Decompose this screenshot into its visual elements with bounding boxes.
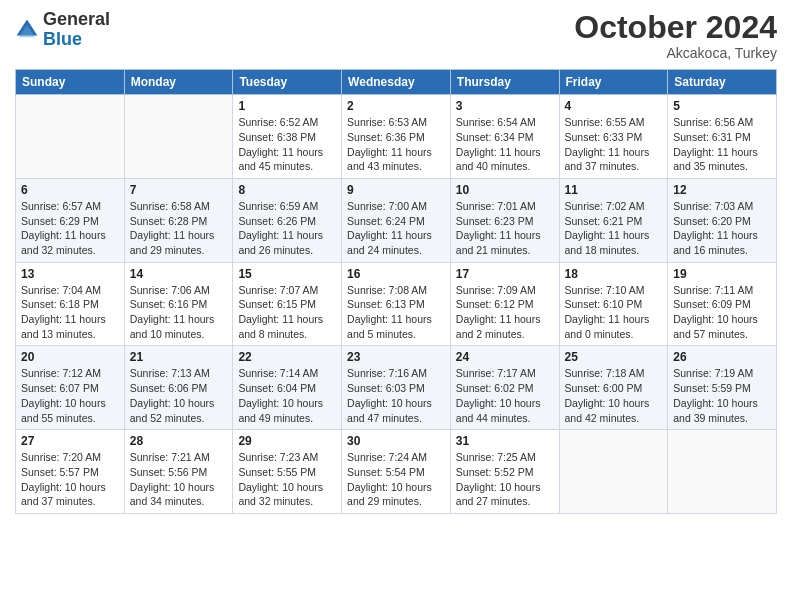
- day-of-week-header: Monday: [124, 70, 233, 95]
- day-number: 8: [238, 183, 336, 197]
- day-detail: Sunrise: 7:25 AMSunset: 5:52 PMDaylight:…: [456, 450, 554, 509]
- calendar-day-cell: 9Sunrise: 7:00 AMSunset: 6:24 PMDaylight…: [342, 178, 451, 262]
- day-detail: Sunrise: 7:06 AMSunset: 6:16 PMDaylight:…: [130, 283, 228, 342]
- calendar-day-cell: 22Sunrise: 7:14 AMSunset: 6:04 PMDayligh…: [233, 346, 342, 430]
- day-detail: Sunrise: 7:10 AMSunset: 6:10 PMDaylight:…: [565, 283, 663, 342]
- calendar-day-cell: 18Sunrise: 7:10 AMSunset: 6:10 PMDayligh…: [559, 262, 668, 346]
- day-detail: Sunrise: 6:59 AMSunset: 6:26 PMDaylight:…: [238, 199, 336, 258]
- logo: General Blue: [15, 10, 110, 50]
- day-number: 17: [456, 267, 554, 281]
- day-detail: Sunrise: 6:53 AMSunset: 6:36 PMDaylight:…: [347, 115, 445, 174]
- location-subtitle: Akcakoca, Turkey: [574, 45, 777, 61]
- day-detail: Sunrise: 7:20 AMSunset: 5:57 PMDaylight:…: [21, 450, 119, 509]
- day-detail: Sunrise: 7:14 AMSunset: 6:04 PMDaylight:…: [238, 366, 336, 425]
- day-of-week-header: Tuesday: [233, 70, 342, 95]
- day-number: 19: [673, 267, 771, 281]
- month-year-title: October 2024: [574, 10, 777, 45]
- day-detail: Sunrise: 7:09 AMSunset: 6:12 PMDaylight:…: [456, 283, 554, 342]
- calendar-day-cell: 23Sunrise: 7:16 AMSunset: 6:03 PMDayligh…: [342, 346, 451, 430]
- day-detail: Sunrise: 7:19 AMSunset: 5:59 PMDaylight:…: [673, 366, 771, 425]
- calendar-week-row: 20Sunrise: 7:12 AMSunset: 6:07 PMDayligh…: [16, 346, 777, 430]
- calendar-day-cell: 14Sunrise: 7:06 AMSunset: 6:16 PMDayligh…: [124, 262, 233, 346]
- day-number: 22: [238, 350, 336, 364]
- day-detail: Sunrise: 7:07 AMSunset: 6:15 PMDaylight:…: [238, 283, 336, 342]
- day-number: 6: [21, 183, 119, 197]
- day-number: 16: [347, 267, 445, 281]
- day-number: 20: [21, 350, 119, 364]
- day-number: 23: [347, 350, 445, 364]
- calendar-day-cell: 29Sunrise: 7:23 AMSunset: 5:55 PMDayligh…: [233, 430, 342, 514]
- logo-blue-text: Blue: [43, 29, 82, 49]
- day-detail: Sunrise: 7:02 AMSunset: 6:21 PMDaylight:…: [565, 199, 663, 258]
- day-of-week-header: Thursday: [450, 70, 559, 95]
- day-number: 5: [673, 99, 771, 113]
- day-detail: Sunrise: 6:57 AMSunset: 6:29 PMDaylight:…: [21, 199, 119, 258]
- calendar-day-cell: [16, 95, 125, 179]
- calendar-day-cell: 4Sunrise: 6:55 AMSunset: 6:33 PMDaylight…: [559, 95, 668, 179]
- day-detail: Sunrise: 6:54 AMSunset: 6:34 PMDaylight:…: [456, 115, 554, 174]
- day-number: 15: [238, 267, 336, 281]
- calendar-day-cell: 2Sunrise: 6:53 AMSunset: 6:36 PMDaylight…: [342, 95, 451, 179]
- title-block: October 2024 Akcakoca, Turkey: [574, 10, 777, 61]
- day-number: 10: [456, 183, 554, 197]
- calendar-day-cell: 12Sunrise: 7:03 AMSunset: 6:20 PMDayligh…: [668, 178, 777, 262]
- calendar-week-row: 27Sunrise: 7:20 AMSunset: 5:57 PMDayligh…: [16, 430, 777, 514]
- calendar-day-cell: 26Sunrise: 7:19 AMSunset: 5:59 PMDayligh…: [668, 346, 777, 430]
- day-detail: Sunrise: 7:11 AMSunset: 6:09 PMDaylight:…: [673, 283, 771, 342]
- day-detail: Sunrise: 6:58 AMSunset: 6:28 PMDaylight:…: [130, 199, 228, 258]
- day-number: 13: [21, 267, 119, 281]
- day-detail: Sunrise: 7:13 AMSunset: 6:06 PMDaylight:…: [130, 366, 228, 425]
- calendar-table: SundayMondayTuesdayWednesdayThursdayFrid…: [15, 69, 777, 514]
- calendar-day-cell: 13Sunrise: 7:04 AMSunset: 6:18 PMDayligh…: [16, 262, 125, 346]
- calendar-day-cell: [668, 430, 777, 514]
- calendar-day-cell: 24Sunrise: 7:17 AMSunset: 6:02 PMDayligh…: [450, 346, 559, 430]
- day-number: 12: [673, 183, 771, 197]
- day-number: 7: [130, 183, 228, 197]
- day-detail: Sunrise: 7:18 AMSunset: 6:00 PMDaylight:…: [565, 366, 663, 425]
- day-detail: Sunrise: 7:12 AMSunset: 6:07 PMDaylight:…: [21, 366, 119, 425]
- day-detail: Sunrise: 7:17 AMSunset: 6:02 PMDaylight:…: [456, 366, 554, 425]
- page-header: General Blue October 2024 Akcakoca, Turk…: [15, 10, 777, 61]
- day-number: 29: [238, 434, 336, 448]
- day-detail: Sunrise: 7:04 AMSunset: 6:18 PMDaylight:…: [21, 283, 119, 342]
- calendar-day-cell: 11Sunrise: 7:02 AMSunset: 6:21 PMDayligh…: [559, 178, 668, 262]
- day-number: 28: [130, 434, 228, 448]
- day-number: 4: [565, 99, 663, 113]
- day-number: 25: [565, 350, 663, 364]
- calendar-week-row: 13Sunrise: 7:04 AMSunset: 6:18 PMDayligh…: [16, 262, 777, 346]
- day-detail: Sunrise: 7:08 AMSunset: 6:13 PMDaylight:…: [347, 283, 445, 342]
- calendar-day-cell: 6Sunrise: 6:57 AMSunset: 6:29 PMDaylight…: [16, 178, 125, 262]
- calendar-day-cell: 1Sunrise: 6:52 AMSunset: 6:38 PMDaylight…: [233, 95, 342, 179]
- day-number: 26: [673, 350, 771, 364]
- calendar-header-row: SundayMondayTuesdayWednesdayThursdayFrid…: [16, 70, 777, 95]
- calendar-week-row: 6Sunrise: 6:57 AMSunset: 6:29 PMDaylight…: [16, 178, 777, 262]
- day-of-week-header: Wednesday: [342, 70, 451, 95]
- day-number: 31: [456, 434, 554, 448]
- calendar-day-cell: 28Sunrise: 7:21 AMSunset: 5:56 PMDayligh…: [124, 430, 233, 514]
- day-number: 14: [130, 267, 228, 281]
- day-number: 2: [347, 99, 445, 113]
- day-of-week-header: Saturday: [668, 70, 777, 95]
- calendar-week-row: 1Sunrise: 6:52 AMSunset: 6:38 PMDaylight…: [16, 95, 777, 179]
- calendar-day-cell: 25Sunrise: 7:18 AMSunset: 6:00 PMDayligh…: [559, 346, 668, 430]
- day-detail: Sunrise: 6:55 AMSunset: 6:33 PMDaylight:…: [565, 115, 663, 174]
- day-number: 21: [130, 350, 228, 364]
- day-number: 9: [347, 183, 445, 197]
- calendar-day-cell: 19Sunrise: 7:11 AMSunset: 6:09 PMDayligh…: [668, 262, 777, 346]
- calendar-day-cell: 21Sunrise: 7:13 AMSunset: 6:06 PMDayligh…: [124, 346, 233, 430]
- calendar-day-cell: 5Sunrise: 6:56 AMSunset: 6:31 PMDaylight…: [668, 95, 777, 179]
- day-number: 3: [456, 99, 554, 113]
- day-detail: Sunrise: 7:00 AMSunset: 6:24 PMDaylight:…: [347, 199, 445, 258]
- day-number: 1: [238, 99, 336, 113]
- calendar-day-cell: 16Sunrise: 7:08 AMSunset: 6:13 PMDayligh…: [342, 262, 451, 346]
- calendar-day-cell: 8Sunrise: 6:59 AMSunset: 6:26 PMDaylight…: [233, 178, 342, 262]
- day-of-week-header: Friday: [559, 70, 668, 95]
- calendar-day-cell: 10Sunrise: 7:01 AMSunset: 6:23 PMDayligh…: [450, 178, 559, 262]
- calendar-day-cell: 17Sunrise: 7:09 AMSunset: 6:12 PMDayligh…: [450, 262, 559, 346]
- calendar-day-cell: 20Sunrise: 7:12 AMSunset: 6:07 PMDayligh…: [16, 346, 125, 430]
- day-of-week-header: Sunday: [16, 70, 125, 95]
- logo-icon: [15, 18, 39, 42]
- day-number: 30: [347, 434, 445, 448]
- day-detail: Sunrise: 7:23 AMSunset: 5:55 PMDaylight:…: [238, 450, 336, 509]
- day-detail: Sunrise: 7:16 AMSunset: 6:03 PMDaylight:…: [347, 366, 445, 425]
